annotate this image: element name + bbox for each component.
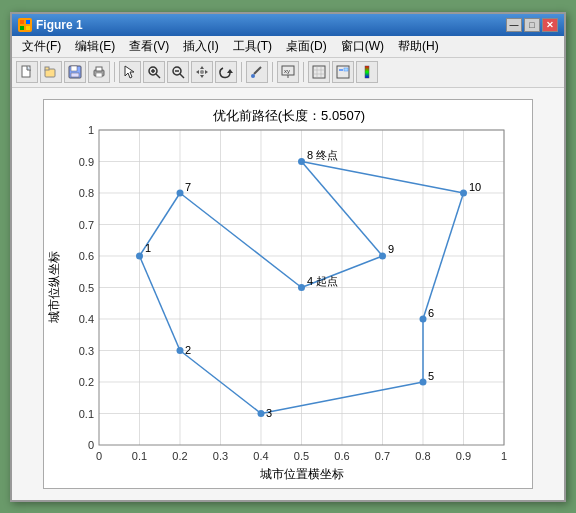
chart-title: 优化前路径(长度：5.0507) bbox=[213, 108, 365, 123]
svg-marker-22 bbox=[200, 75, 204, 78]
svg-text:0.1: 0.1 bbox=[79, 407, 94, 419]
svg-rect-12 bbox=[96, 73, 102, 77]
svg-rect-32 bbox=[313, 66, 325, 78]
svg-point-25 bbox=[200, 70, 204, 74]
y-axis-title: 城市位纵坐标 bbox=[47, 251, 61, 324]
svg-marker-23 bbox=[196, 70, 199, 74]
rotate-button[interactable] bbox=[215, 61, 237, 83]
brush-button[interactable] bbox=[246, 61, 268, 83]
menubar: 文件(F) 编辑(E) 查看(V) 插入(I) 工具(T) 桌面(D) 窗口(W… bbox=[12, 36, 564, 58]
menu-desktop[interactable]: 桌面(D) bbox=[280, 36, 333, 57]
label-4: 4 起点 bbox=[307, 275, 338, 287]
window-icon bbox=[18, 18, 32, 32]
svg-text:0.6: 0.6 bbox=[334, 450, 349, 462]
zoom-out-button[interactable] bbox=[167, 61, 189, 83]
svg-line-85 bbox=[140, 256, 181, 351]
cursor-button[interactable] bbox=[119, 61, 141, 83]
svg-text:0.7: 0.7 bbox=[375, 450, 390, 462]
svg-text:0.1: 0.1 bbox=[132, 450, 147, 462]
svg-rect-11 bbox=[96, 67, 102, 71]
menu-edit[interactable]: 编辑(E) bbox=[69, 36, 121, 57]
svg-text:0.9: 0.9 bbox=[456, 450, 471, 462]
titlebar-left: Figure 1 bbox=[18, 18, 83, 32]
point-10 bbox=[460, 189, 467, 196]
separator-1 bbox=[114, 62, 115, 82]
svg-line-27 bbox=[254, 67, 261, 74]
svg-text:0.8: 0.8 bbox=[415, 450, 430, 462]
svg-text:0: 0 bbox=[88, 439, 94, 451]
label-6: 6 bbox=[428, 307, 434, 319]
svg-text:0.9: 0.9 bbox=[79, 155, 94, 167]
label-9: 9 bbox=[388, 243, 394, 255]
menu-tools[interactable]: 工具(T) bbox=[227, 36, 278, 57]
maximize-button[interactable]: □ bbox=[524, 18, 540, 32]
svg-rect-40 bbox=[365, 66, 369, 78]
close-button[interactable]: ✕ bbox=[542, 18, 558, 32]
menu-window[interactable]: 窗口(W) bbox=[335, 36, 390, 57]
svg-marker-26 bbox=[227, 69, 233, 73]
svg-rect-0 bbox=[20, 20, 24, 24]
point-6 bbox=[420, 315, 427, 322]
menu-help[interactable]: 帮助(H) bbox=[392, 36, 445, 57]
chart-container: 优化前路径(长度：5.0507) bbox=[43, 99, 533, 489]
label-3: 3 bbox=[266, 407, 272, 419]
point-8 bbox=[298, 158, 305, 165]
svg-line-15 bbox=[156, 74, 160, 78]
svg-text:0.3: 0.3 bbox=[213, 450, 228, 462]
point-3 bbox=[258, 410, 265, 417]
print-button[interactable] bbox=[88, 61, 110, 83]
svg-text:0.6: 0.6 bbox=[79, 250, 94, 262]
plot-area: 优化前路径(长度：5.0507) bbox=[12, 88, 564, 500]
svg-text:0: 0 bbox=[96, 450, 102, 462]
point-7 bbox=[177, 189, 184, 196]
svg-marker-13 bbox=[125, 66, 134, 78]
svg-rect-9 bbox=[71, 73, 79, 77]
grid-button[interactable] bbox=[308, 61, 330, 83]
window-title: Figure 1 bbox=[36, 18, 83, 32]
label-10: 10 bbox=[469, 181, 481, 193]
data-points: 1 2 3 4 起点 5 6 bbox=[136, 149, 481, 419]
svg-text:0.5: 0.5 bbox=[294, 450, 309, 462]
svg-marker-24 bbox=[205, 70, 208, 74]
open-button[interactable] bbox=[40, 61, 62, 83]
label-8: 8 终点 bbox=[307, 149, 338, 161]
svg-rect-6 bbox=[45, 67, 49, 70]
menu-insert[interactable]: 插入(I) bbox=[177, 36, 224, 57]
legend-button[interactable] bbox=[332, 61, 354, 83]
y-axis-labels: 0 0.1 0.2 0.3 0.4 0.5 0.6 0.7 0.8 0.9 1 bbox=[79, 124, 94, 451]
point-5 bbox=[420, 378, 427, 385]
point-4 bbox=[298, 284, 305, 291]
point-2 bbox=[177, 347, 184, 354]
svg-text:0.3: 0.3 bbox=[79, 344, 94, 356]
pan-button[interactable] bbox=[191, 61, 213, 83]
svg-rect-2 bbox=[20, 26, 24, 30]
titlebar-buttons: — □ ✕ bbox=[506, 18, 558, 32]
save-button[interactable] bbox=[64, 61, 86, 83]
menu-file[interactable]: 文件(F) bbox=[16, 36, 67, 57]
svg-rect-3 bbox=[26, 26, 30, 30]
svg-text:0.2: 0.2 bbox=[172, 450, 187, 462]
svg-text:xy: xy bbox=[284, 68, 290, 74]
svg-text:0.2: 0.2 bbox=[79, 376, 94, 388]
toolbar: xy bbox=[12, 58, 564, 88]
svg-line-19 bbox=[180, 74, 184, 78]
point-9 bbox=[379, 252, 386, 259]
zoom-in-button[interactable] bbox=[143, 61, 165, 83]
point-1 bbox=[136, 252, 143, 259]
colorbar-button[interactable] bbox=[356, 61, 378, 83]
svg-text:0.4: 0.4 bbox=[253, 450, 268, 462]
separator-3 bbox=[272, 62, 273, 82]
minimize-button[interactable]: — bbox=[506, 18, 522, 32]
svg-text:0.5: 0.5 bbox=[79, 281, 94, 293]
titlebar: Figure 1 — □ ✕ bbox=[12, 14, 564, 36]
label-7: 7 bbox=[185, 181, 191, 193]
chart-svg: 优化前路径(长度：5.0507) bbox=[44, 100, 534, 490]
datacursor-button[interactable]: xy bbox=[277, 61, 299, 83]
svg-text:0.4: 0.4 bbox=[79, 313, 94, 325]
svg-text:1: 1 bbox=[88, 124, 94, 136]
label-2: 2 bbox=[185, 344, 191, 356]
separator-2 bbox=[241, 62, 242, 82]
menu-view[interactable]: 查看(V) bbox=[123, 36, 175, 57]
label-1: 1 bbox=[145, 242, 151, 254]
new-button[interactable] bbox=[16, 61, 38, 83]
